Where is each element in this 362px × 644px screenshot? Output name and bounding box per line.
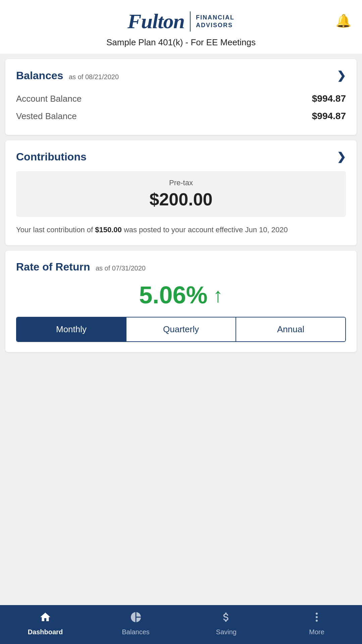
home-icon xyxy=(39,611,51,626)
nav-saving-label: Saving xyxy=(216,628,237,636)
balances-title-group: Balances as of 08/21/2020 xyxy=(16,69,119,82)
contributions-card: Contributions ❯ Pre-tax $200.00 Your las… xyxy=(5,140,357,245)
account-balance-row: Account Balance $994.87 xyxy=(16,90,346,107)
contribution-note: Your last contribution of $150.00 was po… xyxy=(16,224,346,235)
balances-card: Balances as of 08/21/2020 ❯ Account Bala… xyxy=(5,59,357,135)
logo-advisors: ADVISORS xyxy=(196,22,235,29)
bell-icon[interactable]: 🔔 xyxy=(335,13,351,28)
nav-more[interactable]: More xyxy=(271,611,362,636)
arrow-up-icon: ↑ xyxy=(213,284,223,307)
tab-pointer xyxy=(65,317,77,317)
vested-balance-value: $994.87 xyxy=(312,111,346,121)
app-header: Fulton FINANCIAL ADVISORS Sample Plan 40… xyxy=(0,0,362,54)
logo: Fulton FINANCIAL ADVISORS xyxy=(127,9,235,33)
dollar-icon xyxy=(220,611,232,626)
bottom-nav: Dashboard Balances Saving More xyxy=(0,605,362,644)
tab-quarterly[interactable]: Quarterly xyxy=(126,317,236,341)
account-balance-label: Account Balance xyxy=(16,94,82,104)
svg-point-2 xyxy=(316,620,318,622)
pre-tax-label: Pre-tax xyxy=(23,179,339,187)
contributions-title: Contributions xyxy=(16,151,87,163)
ror-value: 5.06% ↑ xyxy=(16,281,346,309)
ror-percentage: 5.06% xyxy=(139,281,207,309)
account-balance-value: $994.87 xyxy=(312,93,346,104)
pre-tax-amount: $200.00 xyxy=(23,189,339,209)
ror-card: Rate of Return as of 07/31/2020 5.06% ↑ … xyxy=(5,251,357,352)
nav-more-label: More xyxy=(309,628,324,636)
nav-dashboard[interactable]: Dashboard xyxy=(0,611,91,636)
balances-header: Balances as of 08/21/2020 ❯ xyxy=(16,69,346,82)
contribution-note-amount: $150.00 xyxy=(95,226,122,234)
more-icon xyxy=(311,611,323,626)
vested-balance-row: Vested Balance $994.87 xyxy=(16,107,346,125)
logo-fulton: Fulton xyxy=(127,9,185,33)
vested-balance-label: Vested Balance xyxy=(16,111,77,121)
svg-point-1 xyxy=(316,616,318,618)
tab-monthly[interactable]: Monthly xyxy=(17,317,126,341)
ror-header: Rate of Return as of 07/31/2020 xyxy=(16,261,346,273)
logo-right: FINANCIAL ADVISORS xyxy=(196,14,235,29)
tab-annual[interactable]: Annual xyxy=(236,317,345,341)
period-tabs: Monthly Quarterly Annual xyxy=(16,317,346,342)
plan-title: Sample Plan 401(k) - For EE Meetings xyxy=(106,37,256,48)
pre-tax-box: Pre-tax $200.00 xyxy=(16,171,346,217)
pie-icon xyxy=(130,611,142,626)
contribution-note-suffix: was posted to your account effective Jun… xyxy=(122,226,288,234)
balances-chevron-icon[interactable]: ❯ xyxy=(337,69,346,82)
main-content: Balances as of 08/21/2020 ❯ Account Bala… xyxy=(0,54,362,605)
svg-point-0 xyxy=(316,613,318,615)
balances-date: as of 08/21/2020 xyxy=(69,73,119,81)
nav-balances[interactable]: Balances xyxy=(91,611,181,636)
ror-title: Rate of Return xyxy=(16,261,90,273)
contributions-header: Contributions ❯ xyxy=(16,150,346,163)
ror-date: as of 07/31/2020 xyxy=(96,264,146,272)
nav-saving[interactable]: Saving xyxy=(181,611,272,636)
balances-title: Balances xyxy=(16,69,63,82)
nav-dashboard-label: Dashboard xyxy=(28,628,63,636)
logo-financial: FINANCIAL xyxy=(196,14,235,21)
logo-divider xyxy=(190,11,191,32)
contribution-note-text: Your last contribution of xyxy=(16,226,95,234)
contributions-chevron-icon[interactable]: ❯ xyxy=(337,150,346,163)
nav-balances-label: Balances xyxy=(122,628,149,636)
spacer xyxy=(5,357,357,600)
ror-title-group: Rate of Return as of 07/31/2020 xyxy=(16,261,146,273)
